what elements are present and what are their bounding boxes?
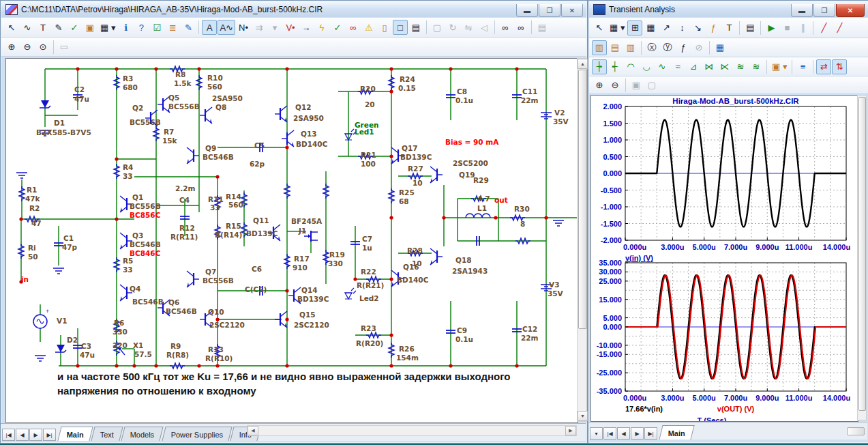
panel-right-toggle[interactable]: ▥	[623, 40, 638, 55]
zoom-in-button[interactable]: ⊕	[592, 78, 607, 93]
cursor-global-high[interactable]: ⋈	[702, 59, 717, 74]
tab-last-button[interactable]: ▶|	[43, 429, 56, 441]
scroll-down-button[interactable]: ▼	[578, 411, 588, 421]
find-button[interactable]: ∞	[498, 20, 513, 35]
cursor-valley[interactable]: ◡	[639, 59, 654, 74]
tab-models[interactable]: Models	[121, 427, 164, 441]
probe-glasses[interactable]: ∞	[346, 20, 361, 35]
plot-tab-main[interactable]: Main	[659, 425, 694, 440]
tokens-toggle[interactable]: ╱	[832, 20, 847, 35]
wire-mode[interactable]: ∿	[20, 20, 35, 35]
data-points-toggle[interactable]: ╱	[816, 20, 831, 35]
model-check[interactable]: ☑	[149, 20, 164, 35]
tab-main[interactable]: Main	[57, 427, 93, 441]
cursor-bottom[interactable]: ≋	[749, 59, 764, 74]
power-toggle[interactable]: ϟ	[314, 20, 329, 35]
horizontal-tag-mode[interactable]: ↘	[690, 20, 705, 35]
border-display[interactable]: ≣	[165, 20, 180, 35]
cursor-low[interactable]: ≈	[670, 59, 685, 74]
scroll-left-button[interactable]: ◀	[248, 426, 258, 435]
voltage-toggle[interactable]: V•	[283, 20, 298, 35]
fx-settings[interactable]: ƒ	[676, 40, 691, 55]
zoom-in-button[interactable]: ⊕	[4, 40, 19, 55]
schematic-titlebar[interactable]: C:\MC11\DATA\Petrov\Hiraga\HIRAGA_AB-35V…	[1, 1, 586, 17]
cursor-mode[interactable]: ▦	[643, 20, 658, 35]
component-picker[interactable]: ▣	[83, 20, 98, 35]
tab-text[interactable]: Text	[91, 427, 123, 441]
analysis-vscroll-thumb[interactable]	[858, 97, 866, 411]
tab-next-button[interactable]: ▶	[29, 429, 42, 441]
numeric-output-button[interactable]: ≡	[795, 59, 810, 74]
properties-button[interactable]: ▤	[408, 20, 423, 35]
y-axis-settings[interactable]: ⓨ	[660, 40, 675, 55]
condition-toggle[interactable]: ✓	[330, 20, 345, 35]
scroll-right-button[interactable]: ▶	[565, 426, 576, 435]
find-next-button[interactable]: ∞	[513, 20, 528, 35]
cursor-inflection[interactable]: ⊿	[686, 59, 701, 74]
select-tool[interactable]: ↖	[592, 20, 607, 35]
close-button[interactable]: ✕	[836, 4, 865, 17]
minimize-button[interactable]: ▬	[791, 4, 813, 17]
plot-text: 17.66*v(in)	[625, 405, 663, 413]
scroll-up-button[interactable]: ▲	[578, 59, 588, 69]
plot-select-dropdown[interactable]: ▾	[590, 427, 603, 440]
cursor-global-low[interactable]: ⋉	[717, 59, 732, 74]
sheet-icon[interactable]: ▯	[377, 20, 392, 35]
cursor-next-left[interactable]: ┾	[592, 59, 607, 74]
properties-button[interactable]: ▤	[743, 20, 758, 35]
point-tag-mode[interactable]: ↗	[659, 20, 674, 35]
clipboard-menu[interactable]: ▣ ▾	[770, 59, 789, 74]
info-icon[interactable]: ℹ	[118, 20, 133, 35]
attribute-text-toggle[interactable]: A	[202, 20, 217, 35]
text-mode[interactable]: T	[721, 20, 736, 35]
restore-button[interactable]: ❐	[813, 4, 835, 17]
cursor-next-right[interactable]: ┽	[608, 59, 623, 74]
zoom-out-button[interactable]: ⊖	[20, 40, 35, 55]
analysis-vscrollbar[interactable]	[857, 95, 867, 420]
tab-power-supplies[interactable]: Power Supplies	[162, 427, 233, 441]
warning-toggle[interactable]: ⚠	[361, 20, 376, 35]
zoom-out-button[interactable]: ⊖	[608, 78, 623, 93]
schematic-canvas[interactable]: +C247uD1BZX585-B7V5R3680R81.5kR10560Q5BC…	[5, 58, 578, 423]
analysis-hscroll-thumb[interactable]	[847, 427, 865, 435]
cursor-high[interactable]: ∿	[655, 59, 670, 74]
tab-first-button[interactable]: |◀	[2, 429, 15, 441]
schematic-vscrollbar[interactable]: ▲ ▼	[577, 58, 587, 422]
graphics-mode[interactable]: ✎	[51, 20, 66, 35]
zoom-100-button[interactable]: ⊙	[35, 40, 50, 55]
flag-mode[interactable]: ✓	[67, 20, 82, 35]
node-voltage-toggle[interactable]: N•	[236, 20, 251, 35]
shapes-menu[interactable]: ▦ ▾	[98, 20, 117, 35]
edit-table-button[interactable]: ▦	[713, 40, 728, 55]
node-numbers-toggle[interactable]: A∿	[218, 20, 235, 35]
shapes-menu[interactable]: ▦ ▾	[608, 20, 627, 35]
annotate-tool[interactable]: ✎	[181, 20, 196, 35]
select-tool[interactable]: ↖	[4, 20, 19, 35]
vscroll-thumb[interactable]	[578, 70, 587, 329]
scale-mode[interactable]: ⊞	[627, 20, 642, 35]
tab-last-button[interactable]: ▶|	[644, 427, 657, 440]
analysis-plot-area[interactable]: 2.0001.5001.0000.5000.000-0.500-1.000-1.…	[590, 95, 858, 422]
panel-left-toggle[interactable]: ▥	[592, 40, 607, 55]
tab-prev-button[interactable]: ◀	[16, 429, 29, 441]
tab-prev-button[interactable]: ◀	[617, 427, 630, 440]
schematic-hscrollbar[interactable]: ◀ ▶	[247, 425, 577, 436]
vertical-cursor-toggle[interactable]: ⇅	[832, 59, 847, 74]
vertical-tag-mode[interactable]: ↕	[674, 20, 689, 35]
help-icon[interactable]: ?	[134, 20, 149, 35]
tab-first-button[interactable]: |◀	[603, 427, 616, 440]
minimize-button[interactable]: ▬	[516, 4, 538, 17]
select-region[interactable]: □	[393, 20, 408, 35]
panel-both-toggle[interactable]: ▤	[608, 40, 623, 55]
cursor-peak[interactable]: ◠	[623, 59, 638, 74]
restore-button[interactable]: ❐	[539, 4, 560, 17]
text-mode[interactable]: T	[35, 20, 50, 35]
cursor-top[interactable]: ≋	[733, 59, 748, 74]
run-button[interactable]: ▶	[764, 20, 779, 35]
pin-arrow-toggle[interactable]: →	[299, 20, 314, 35]
tab-next-button[interactable]: ▶	[631, 427, 644, 440]
close-button[interactable]: ✕	[561, 4, 583, 17]
x-axis-settings[interactable]: ⓧ	[644, 40, 659, 55]
formula-text[interactable]: ƒ	[706, 20, 721, 35]
horizontal-cursor-toggle[interactable]: ⇄	[816, 59, 831, 74]
